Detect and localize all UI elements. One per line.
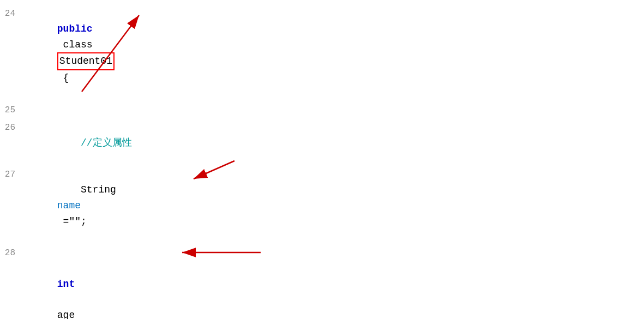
code-block: 24 public class Student01 { 25 26 //定义属性… [0,0,644,319]
comment: //定义属性 [57,137,132,148]
var-age: age [57,310,81,319]
keyword-public: public [57,23,93,34]
keyword-int: int [57,279,75,290]
var-name: name [57,200,81,211]
line-number: 25 [0,104,22,118]
code-line-24: 24 public class Student01 { [0,5,644,102]
line-number: 24 [0,7,22,21]
code-line-28: 28 int age =0; [0,245,644,319]
class-name-box: Student01 [57,52,115,70]
code-line-25: 25 [0,102,644,119]
line-number: 27 [0,168,22,182]
line-content: public class Student01 { [22,5,644,102]
line-number: 26 [0,121,22,135]
code-line-27: 27 String name =""; [0,166,644,245]
line-number: 28 [0,246,22,261]
code-line-26: 26 //定义属性 [0,119,644,166]
